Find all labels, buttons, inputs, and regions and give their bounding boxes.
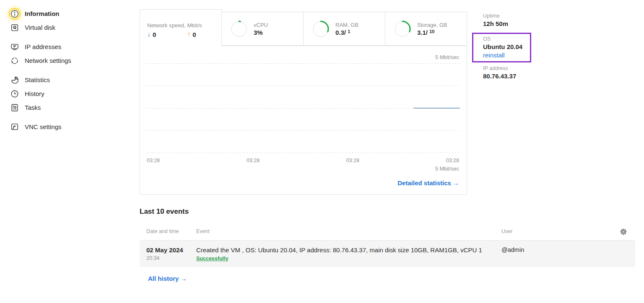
tab-vcpu[interactable]: vCPU 3% xyxy=(222,12,303,45)
gauge-label: RAM, GB xyxy=(335,22,358,28)
os-value: Ubuntu 20.04 xyxy=(483,43,530,50)
event-status-link[interactable]: Successfully xyxy=(196,256,228,262)
table-settings-gear-icon[interactable] xyxy=(619,228,628,236)
x-tick: 03:28 xyxy=(446,158,459,163)
ram-gauge-icon xyxy=(312,20,330,38)
storage-gauge-icon xyxy=(394,20,411,38)
gauge-value: 3% xyxy=(254,29,268,36)
vps-dashboard-page: Information Virtual disk IP IP addresses xyxy=(0,0,644,303)
x-tick: 03:28 xyxy=(147,158,160,163)
resource-tabs: vCPU 3% RAM, GB 0.3/ 1 xyxy=(140,9,467,46)
network-speed-series-line xyxy=(413,108,460,109)
sidebar-item-label: Information xyxy=(25,10,60,17)
os-block-highlight-annotation: OS Ubuntu 20.04 reinstall xyxy=(472,33,531,62)
sidebar-item-tasks[interactable]: Tasks xyxy=(10,101,119,114)
sidebar-item-label: Network settings xyxy=(25,57,71,64)
all-history-link[interactable]: All history → xyxy=(148,275,187,282)
uptime-value: 12h 50m xyxy=(483,20,508,27)
chart-gridline xyxy=(147,108,459,109)
events-table-header: Date and time Event User xyxy=(140,223,635,241)
gauge-label: vCPU xyxy=(254,22,268,28)
sidebar-group-info: Information Virtual disk xyxy=(10,7,119,34)
y-axis-max-label-bottom: 5 Mbit/sec xyxy=(435,166,459,172)
x-axis-tick-labels: 03:28 03:28 03:28 03:28 xyxy=(147,158,459,163)
upload-value: 0 xyxy=(192,31,196,38)
sidebar-item-label: Tasks xyxy=(25,104,41,111)
events-section-title: Last 10 events xyxy=(140,207,189,216)
vcpu-gauge-icon xyxy=(230,20,248,38)
event-date: 02 May 2024 xyxy=(146,246,196,254)
event-time: 20:34 xyxy=(146,255,196,261)
sidebar-item-label: Virtual disk xyxy=(25,24,55,31)
tab-network-speed[interactable]: Network speed, Mbit/s 0 0 xyxy=(140,9,222,47)
column-header-date: Date and time xyxy=(146,228,196,234)
sidebar-item-ip-addresses[interactable]: IP IP addresses xyxy=(10,40,119,54)
upload-arrow-icon xyxy=(187,31,190,38)
svg-text:IP: IP xyxy=(13,44,16,48)
x-tick: 03:28 xyxy=(247,158,260,163)
tab-storage[interactable]: Storage, GB 3.1/ 10 xyxy=(385,12,467,45)
sidebar-group-vnc: VNC settings xyxy=(10,120,119,134)
tab-ram[interactable]: RAM, GB 0.3/ 1 xyxy=(303,12,385,45)
sidebar-item-label: History xyxy=(25,90,44,97)
x-tick: 03:28 xyxy=(346,158,359,163)
network-speed-label: Network speed, Mbit/s xyxy=(147,22,221,28)
ip-address-label: IP address xyxy=(483,65,516,71)
uptime-label: Uptime xyxy=(483,13,508,19)
gauge-label: Storage, GB xyxy=(417,22,447,28)
sidebar-item-virtual-disk[interactable]: Virtual disk xyxy=(10,21,119,34)
event-user: @admin xyxy=(501,246,635,262)
gauge-tab-strip: vCPU 3% RAM, GB 0.3/ 1 xyxy=(221,12,467,46)
sidebar-item-network-settings[interactable]: Network settings xyxy=(10,54,119,67)
y-axis-max-label-top: 5 Mbit/sec xyxy=(435,54,459,60)
sidebar-item-information[interactable]: Information xyxy=(10,7,119,21)
uptime-block: Uptime 12h 50m xyxy=(483,13,508,27)
sidebar-item-history[interactable]: History xyxy=(10,87,119,101)
ip-address-value: 80.76.43.37 xyxy=(483,73,516,80)
download-value: 0 xyxy=(153,31,156,38)
event-table-row: 02 May 2024 20:34 Created the VM , OS: U… xyxy=(140,241,635,267)
ip-address-block: IP address 80.76.43.37 xyxy=(483,65,516,80)
sidebar-item-label: IP addresses xyxy=(25,43,61,50)
clock-icon xyxy=(10,89,19,98)
column-header-event: Event xyxy=(196,228,501,234)
pie-chart-icon xyxy=(10,75,19,85)
sidebar-group-monitoring: Statistics History Tasks xyxy=(10,73,119,114)
sidebar-item-vnc-settings[interactable]: VNC settings xyxy=(10,120,119,134)
chart-gridline xyxy=(147,153,459,153)
chart-gridline xyxy=(147,85,459,86)
gauge-value: 0.3/ 1 xyxy=(335,29,358,36)
reinstall-link[interactable]: reinstall xyxy=(483,52,505,59)
sidebar-item-statistics[interactable]: Statistics xyxy=(10,73,119,87)
sidebar-item-label: VNC settings xyxy=(25,123,62,130)
info-circle-icon xyxy=(10,9,19,18)
events-table: Date and time Event User 02 May 2024 20:… xyxy=(140,223,635,267)
sidebar: Information Virtual disk IP IP addresses xyxy=(10,7,119,139)
os-label: OS xyxy=(483,36,530,42)
event-description: Created the VM , OS: Ubuntu 20.04, IP ad… xyxy=(196,246,501,254)
network-settings-icon xyxy=(10,56,19,65)
download-arrow-icon xyxy=(147,31,151,38)
column-header-user: User xyxy=(501,228,635,234)
chart-gridline xyxy=(147,63,459,64)
sidebar-item-label: Statistics xyxy=(25,76,50,83)
sidebar-group-network: IP IP addresses Network settings xyxy=(10,40,119,67)
ip-addresses-icon: IP xyxy=(10,42,19,52)
chart-gridline xyxy=(147,130,459,131)
virtual-disk-icon xyxy=(10,23,19,32)
network-speed-chart-card: 5 Mbit/sec 03:28 03:28 03:28 03:28 5 Mbi… xyxy=(140,46,467,195)
detailed-statistics-link[interactable]: Detailed statistics → xyxy=(397,179,459,186)
vnc-screen-icon xyxy=(10,122,19,132)
tasks-checklist-icon xyxy=(10,103,19,112)
gauge-value: 3.1/ 10 xyxy=(417,29,447,36)
